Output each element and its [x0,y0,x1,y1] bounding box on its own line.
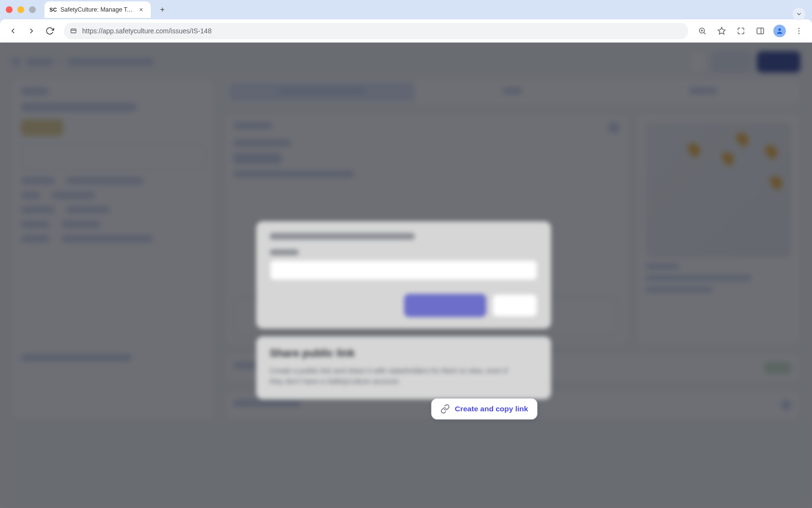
close-window-button[interactable] [6,6,13,13]
modal-stack: Share public link Create a public link a… [256,221,551,399]
dialog-primary-button[interactable] [404,294,486,317]
url-text: https://app.safetyculture.com/issues/IS-… [82,27,212,35]
new-tab-button[interactable]: + [156,3,169,16]
minimize-window-button[interactable] [17,6,24,13]
reload-button[interactable] [42,23,58,39]
bookmark-icon[interactable] [713,23,730,39]
back-button[interactable] [5,23,21,39]
svg-rect-7 [757,28,764,34]
forward-button[interactable] [23,23,40,39]
create-and-copy-link-button[interactable]: Create and copy link [431,398,537,420]
kebab-menu-icon[interactable] [791,23,807,39]
app-viewport: › [0,43,812,508]
tab-overflow-button[interactable] [793,8,805,20]
tab-close-icon[interactable]: × [139,6,146,13]
extensions-icon[interactable] [733,23,749,39]
tab-favicon: SC [49,6,57,14]
toolbar-right [694,23,807,39]
svg-point-9 [778,29,781,31]
svg-marker-6 [718,28,725,34]
address-bar[interactable]: https://app.safetyculture.com/issues/IS-… [64,23,688,39]
site-settings-icon [70,27,77,35]
svg-point-11 [798,30,799,31]
window-controls [6,6,36,13]
share-public-link-panel: Share public link Create a public link a… [256,336,551,399]
profile-button[interactable] [771,23,788,39]
create-link-label: Create and copy link [455,405,528,413]
svg-line-3 [704,32,705,34]
link-icon [440,404,450,414]
maximize-window-button[interactable] [29,6,36,13]
generic-dialog-blurred [256,221,551,329]
browser-chrome: SC SafetyCulture: Manage Teams and... × … [0,0,812,43]
tab-bar: SC SafetyCulture: Manage Teams and... × … [0,0,812,19]
browser-tab[interactable]: SC SafetyCulture: Manage Teams and... × [44,1,151,18]
tab-title: SafetyCulture: Manage Teams and... [60,6,136,13]
zoom-icon[interactable] [694,23,710,39]
side-panel-icon[interactable] [752,23,768,39]
share-panel-description: Create a public link and share it with s… [270,365,521,387]
share-panel-title: Share public link [270,347,537,360]
svg-point-10 [798,28,799,29]
svg-point-12 [798,33,799,34]
navigation-bar: https://app.safetyculture.com/issues/IS-… [0,19,812,43]
svg-rect-0 [71,29,76,33]
dialog-secondary-button[interactable] [492,294,537,317]
